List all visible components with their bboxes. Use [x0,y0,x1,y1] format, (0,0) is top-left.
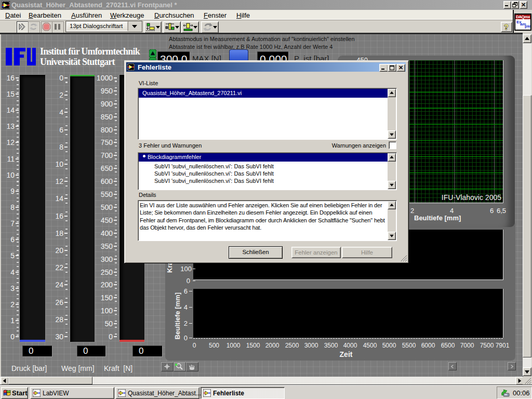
svg-text:ple: ple [525,24,530,29]
svg-text:?: ? [504,22,509,31]
